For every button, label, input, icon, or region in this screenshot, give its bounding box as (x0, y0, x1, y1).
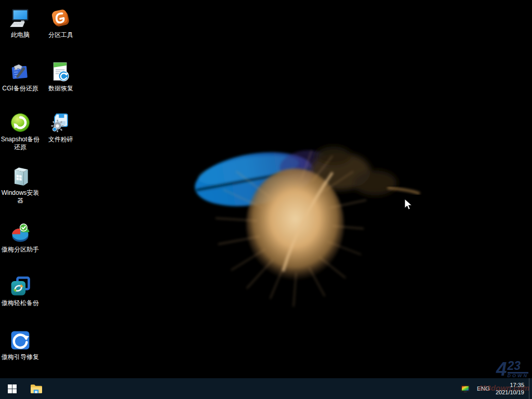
file-shredder-icon (49, 111, 73, 135)
file-explorer-button[interactable] (24, 378, 48, 399)
desktop-icon-data-recovery[interactable]: 数据恢复 (41, 60, 81, 92)
diskgenius-icon (49, 6, 73, 30)
aomei-backupper-icon (8, 274, 32, 298)
desktop-icon-aomei-partition[interactable]: 傲梅分区助手 (0, 221, 41, 254)
clock-date: 2021/10/19 (496, 389, 524, 396)
windows-installer-icon (8, 164, 32, 188)
windows-logo-icon (8, 384, 17, 393)
clock[interactable]: 17:35 2021/10/19 (494, 378, 529, 399)
aomei-boot-repair-icon (8, 328, 32, 352)
start-button[interactable] (0, 378, 24, 399)
desktop: 此电脑 分区工具 (0, 0, 532, 399)
snapshot-icon (8, 111, 32, 135)
icon-label: CGI备份还原 (2, 85, 38, 92)
desktop-icon-snapshot-backup[interactable]: Snapshot备份还原 (0, 111, 41, 151)
icon-label: 分区工具 (48, 31, 73, 39)
icon-label: 文件粉碎 (48, 136, 73, 143)
color-monitor-icon (461, 385, 470, 393)
desktop-icon-file-shredder[interactable]: 文件粉碎 (41, 111, 81, 143)
clock-time: 17:35 (496, 381, 524, 389)
icon-label: Windows安装器 (0, 189, 41, 205)
desktop-icon-cgi-backup[interactable]: CGI备份还原 (0, 60, 41, 92)
desktop-icon-windows-installer[interactable]: Windows安装器 (0, 164, 41, 205)
icon-label: Snapshot备份还原 (0, 136, 41, 151)
desktop-icon-this-pc[interactable]: 此电脑 (0, 6, 41, 39)
icon-label: 傲梅轻松备份 (2, 299, 39, 307)
icon-label: 傲梅分区助手 (2, 246, 39, 254)
desktop-icon-partition-tool[interactable]: 分区工具 (41, 6, 81, 39)
data-recovery-icon (49, 60, 73, 84)
this-pc-icon (8, 6, 32, 30)
aomei-partition-icon (8, 221, 32, 245)
desktop-icon-aomei-boot-repair[interactable]: 傲梅引导修复 (0, 328, 41, 361)
file-explorer-icon (30, 384, 42, 394)
icon-label: 此电脑 (11, 31, 30, 39)
icon-label: 傲梅引导修复 (2, 353, 39, 361)
system-tray: ENG 17:35 2021/10/19 (458, 378, 532, 399)
desktop-icon-aomei-backupper[interactable]: 傲梅轻松备份 (0, 274, 41, 307)
taskbar: ENG 17:35 2021/10/19 (0, 378, 532, 399)
show-desktop-button[interactable] (529, 378, 532, 399)
language-indicator[interactable]: ENG (473, 378, 494, 399)
cgi-backup-icon (8, 60, 32, 84)
display-color-tray-icon[interactable] (458, 378, 473, 399)
icon-label: 数据恢复 (48, 85, 73, 92)
